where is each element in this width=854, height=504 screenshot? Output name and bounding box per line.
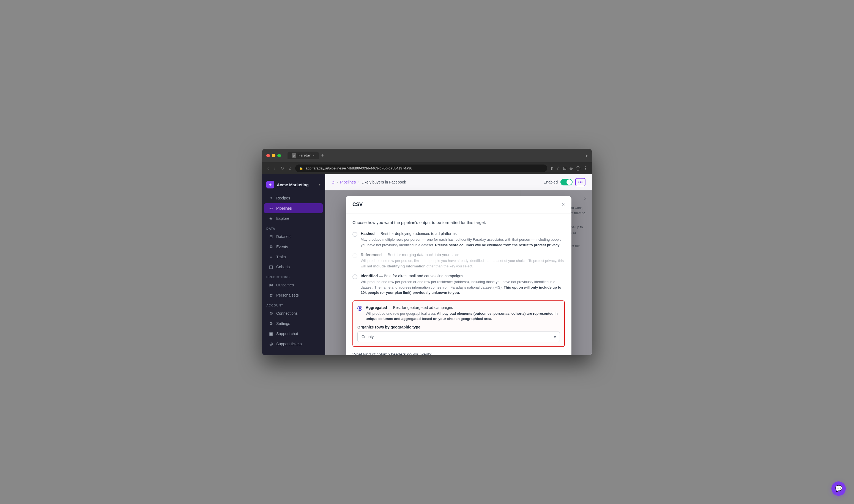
sidebar-item-traits[interactable]: ≡ Traits [264,252,323,262]
profile-icon[interactable]: ◯ [576,166,581,171]
connections-icon: ⚙ [269,311,273,316]
recipes-icon: ✦ [269,196,273,201]
modal-title: CSV [352,202,363,208]
sidebar-item-label: Outcomes [276,283,294,287]
aggregated-description: Will produce one row per geographical ar… [366,311,560,322]
company-chevron-icon: ▾ [319,183,321,186]
sidebar-item-connections[interactable]: ⚙ Connections [264,308,323,318]
back-button[interactable]: ‹ [266,165,270,172]
share-icon[interactable]: ⬆ [550,166,553,171]
sidebar-item-datasets[interactable]: ⊞ Datasets [264,232,323,241]
sidebar-logo-icon [266,181,274,188]
sidebar-item-label: Datasets [276,234,291,239]
traffic-lights [266,154,281,157]
sidebar-item-label: Cohorts [276,265,290,269]
sidebar-item-outcomes[interactable]: ⋈ Outcomes [264,280,323,290]
home-breadcrumb-icon[interactable]: ⌂ [332,180,334,185]
menu-icon[interactable]: ⋮ [583,166,588,171]
data-section-label: DATA [262,224,325,231]
hashed-radio-button[interactable] [352,232,358,237]
maximize-window-button[interactable] [277,154,281,157]
modal-container: CSV × Choose how you want the pipeline's… [325,191,592,355]
traits-icon: ≡ [269,254,273,259]
toolbar-icons: ⬆ ☆ ⊡ ⊕ ◯ ⋮ [550,166,588,171]
sidebar-item-cohorts[interactable]: ◫ Cohorts [264,262,323,272]
column-headers-question: What kind of column headers do you want? [352,352,565,356]
aggregated-option-box: Aggregated — Best for geotargeted ad cam… [352,301,565,347]
browser-titlebar: ◎ Faraday × + ▾ [262,149,592,162]
main-content: ⌂ › Pipelines › Likely buyers in Faceboo… [325,174,592,355]
modal-subtitle-text: Choose how you want the pipeline's outpu… [352,220,565,225]
sidebar-item-label: Traits [276,255,286,259]
toggle-knob [566,179,572,185]
minimize-window-button[interactable] [272,154,275,157]
extensions-icon[interactable]: ⊕ [569,166,573,171]
app-body: Acme Marketing ▾ ✦ Recipes ⊹ Pipelines ◈… [262,174,592,355]
sidebar-item-label: Persona sets [276,293,299,298]
tab-bar: ◎ Faraday × + ▾ [288,151,588,159]
tab-close-icon[interactable]: × [313,154,314,157]
outcomes-icon: ⋈ [269,283,273,287]
sidebar-item-support-chat[interactable]: ▣ Support chat [264,329,323,339]
sidebar-item-events[interactable]: ⧉ Events [264,242,323,252]
forward-button[interactable]: › [273,165,276,172]
aggregated-label: Aggregated — Best for geotargeted ad cam… [366,305,560,310]
sidebar-item-label: Events [276,245,288,249]
chat-fab-icon: 💬 [835,485,842,492]
more-options-button[interactable]: ••• [575,178,585,186]
hashed-label: Hashed — Best for deploying audiences to… [361,231,565,236]
events-icon: ⧉ [269,244,273,249]
hashed-option[interactable]: Hashed — Best for deploying audiences to… [352,231,565,248]
url-text: app.faraday.ai/pipelines/e74b8d99-003d-4… [305,166,412,170]
aggregated-option-content: Aggregated — Best for geotargeted ad cam… [366,305,560,322]
modal-header: CSV × [346,196,571,214]
breadcrumb: ⌂ › Pipelines › Likely buyers in Faceboo… [325,174,592,191]
referenced-option-content: Referenced — Best for merging data back … [361,253,565,269]
sidebar-item-settings[interactable]: ⚙ Settings [264,319,323,328]
support-tickets-icon: ◎ [269,341,273,346]
geo-type-select[interactable]: County State ZIP Code Metro Area [358,331,560,342]
sidebar-item-label: Connections [276,311,298,316]
lock-icon: 🔒 [299,166,303,170]
pipelines-breadcrumb-link[interactable]: Pipelines [340,180,356,184]
account-section-label: ACCOUNT [262,301,325,308]
support-chat-icon: ▣ [269,331,273,336]
sidebar-item-recipes[interactable]: ✦ Recipes [264,193,323,203]
home-button[interactable]: ⌂ [288,165,293,172]
breadcrumb-separator: › [337,180,338,184]
sidebar-item-explore[interactable]: ◈ Explore [264,214,323,223]
aggregated-option-header: Aggregated — Best for geotargeted ad cam… [358,305,560,322]
address-bar[interactable]: 🔒 app.faraday.ai/pipelines/e74b8d99-003d… [295,164,547,172]
modal-close-button[interactable]: × [562,201,565,208]
sidebar-header[interactable]: Acme Marketing ▾ [262,179,325,193]
aggregated-radio-button[interactable] [358,306,362,311]
sidebar: Acme Marketing ▾ ✦ Recipes ⊹ Pipelines ◈… [262,174,325,355]
browser-window: ◎ Faraday × + ▾ ‹ › ↻ ⌂ 🔒 app.faraday.ai… [262,149,592,355]
referenced-radio-button [352,253,358,258]
referenced-description: Will produce one row per person, limited… [361,258,565,269]
persona-sets-icon: ✿ [269,293,273,298]
enabled-toggle[interactable] [560,179,573,185]
identified-radio-button[interactable] [352,274,358,279]
tab-title: Faraday [298,154,311,157]
sidebar-item-pipelines[interactable]: ⊹ Pipelines [264,203,323,213]
identified-option[interactable]: Identified — Best for direct mail and ca… [352,274,565,295]
sidebar-item-label: Explore [276,216,289,221]
reload-button[interactable]: ↻ [279,164,285,172]
chat-fab-button[interactable]: 💬 [832,482,846,496]
predictions-section-label: PREDICTIONS [262,272,325,280]
tab-chevron-icon[interactable]: ▾ [585,153,588,158]
settings-icon: ⚙ [269,321,273,326]
bookmark-icon[interactable]: ☆ [556,166,560,171]
geo-select-wrapper[interactable]: County State ZIP Code Metro Area [358,331,560,342]
browser-tab[interactable]: ◎ Faraday × [288,151,319,159]
screenshot-icon[interactable]: ⊡ [563,166,566,171]
new-tab-button[interactable]: + [321,153,324,158]
sidebar-item-support-tickets[interactable]: ◎ Support tickets [264,339,323,349]
close-window-button[interactable] [266,154,270,157]
identified-description: Will produce one row per person or one r… [361,279,565,295]
hashed-option-content: Hashed — Best for deploying audiences to… [361,231,565,248]
identified-label: Identified — Best for direct mail and ca… [361,274,565,278]
sidebar-item-label: Pipelines [276,206,292,211]
sidebar-item-persona-sets[interactable]: ✿ Persona sets [264,290,323,300]
